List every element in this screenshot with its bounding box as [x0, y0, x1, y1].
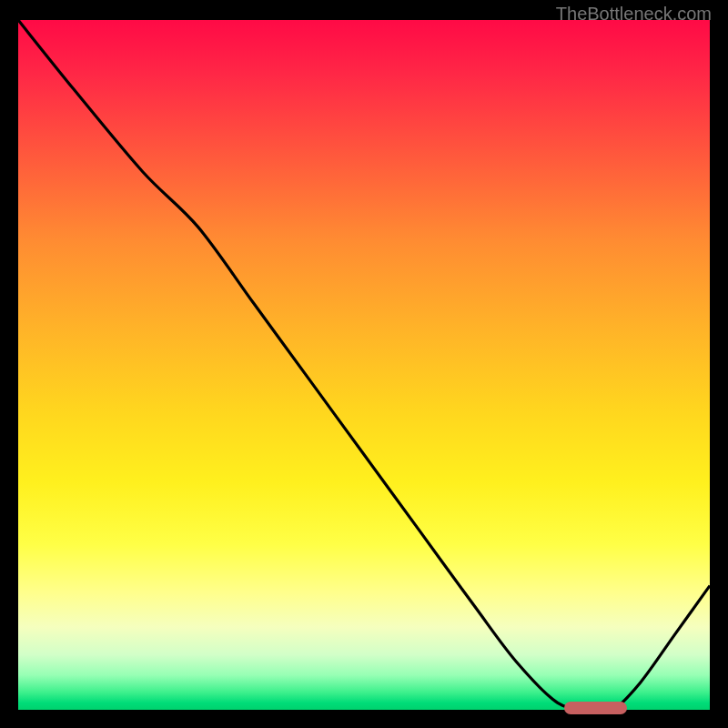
- chart-plot-area: [18, 20, 710, 710]
- bottleneck-curve-path: [18, 20, 710, 710]
- watermark-text: TheBottleneck.com: [556, 4, 712, 25]
- sweet-spot-marker: [564, 702, 626, 714]
- bottleneck-curve-svg: [18, 20, 710, 710]
